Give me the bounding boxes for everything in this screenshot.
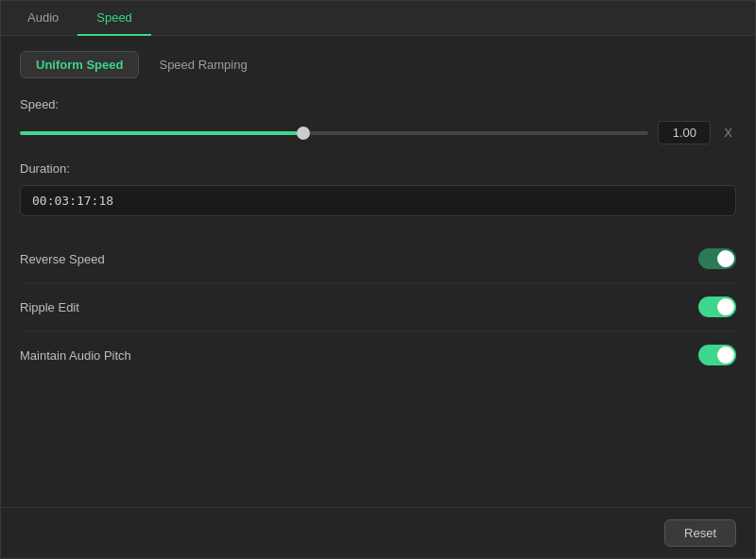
- reverse-speed-toggle[interactable]: [698, 248, 736, 269]
- toggle-row-maintain-audio-pitch: Maintain Audio Pitch: [20, 331, 736, 379]
- tab-audio[interactable]: Audio: [9, 1, 77, 36]
- reset-button[interactable]: Reset: [664, 519, 736, 547]
- toggle-row-reverse-speed: Reverse Speed: [20, 235, 736, 283]
- duration-input[interactable]: [20, 185, 736, 216]
- toggle-section: Reverse Speed Ripple Edit Maintain Audio…: [20, 235, 736, 379]
- speed-section: Speed: 1.00 X: [20, 97, 736, 144]
- maintain-audio-pitch-toggle[interactable]: [698, 345, 736, 365]
- duration-label: Duration:: [20, 161, 736, 176]
- speed-x-label[interactable]: X: [720, 124, 736, 142]
- footer: Reset: [1, 507, 755, 558]
- speed-row: 1.00 X: [20, 121, 736, 144]
- reverse-speed-label: Reverse Speed: [20, 252, 105, 266]
- maintain-audio-pitch-knob: [717, 347, 734, 364]
- main-content: Uniform Speed Speed Ramping Speed: 1.00 …: [1, 36, 755, 507]
- top-tabs: Audio Speed: [1, 1, 755, 36]
- duration-section: Duration:: [20, 161, 736, 216]
- ripple-edit-label: Ripple Edit: [20, 300, 79, 314]
- tab-speed[interactable]: Speed: [77, 1, 151, 36]
- reverse-speed-knob: [717, 250, 734, 267]
- speed-slider-container: [20, 124, 648, 143]
- speed-slider[interactable]: [20, 131, 648, 135]
- toggle-row-ripple-edit: Ripple Edit: [20, 283, 736, 331]
- speed-value[interactable]: 1.00: [658, 121, 711, 144]
- sub-tab-ramping[interactable]: Speed Ramping: [143, 51, 263, 78]
- sub-tab-uniform[interactable]: Uniform Speed: [20, 51, 139, 78]
- ripple-edit-knob: [717, 298, 734, 315]
- sub-tabs: Uniform Speed Speed Ramping: [20, 51, 736, 78]
- ripple-edit-toggle[interactable]: [698, 296, 736, 317]
- maintain-audio-pitch-label: Maintain Audio Pitch: [20, 348, 131, 363]
- speed-label: Speed:: [20, 97, 736, 111]
- app-container: Audio Speed Uniform Speed Speed Ramping …: [0, 0, 756, 559]
